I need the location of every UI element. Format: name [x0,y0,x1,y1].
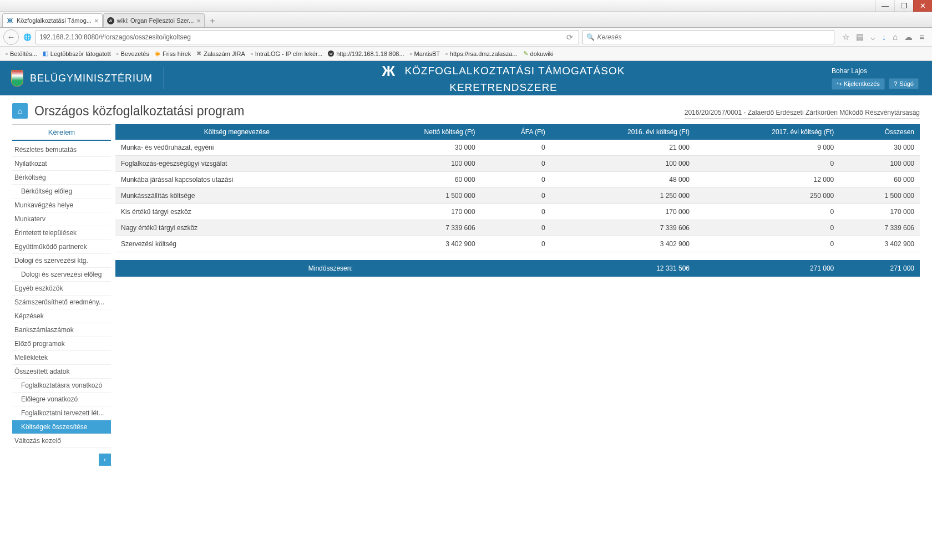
app-header: BELÜGYMINISZTÉRIUM Ж KÖZFOGLALKOZTATÁSI … [0,61,932,95]
search-bar[interactable]: 🔍 [582,30,834,44]
url-input[interactable] [39,33,564,41]
sidebar-item[interactable]: Egyéb eszközök [12,282,111,296]
bookmarks-bar: ▫Betöltés... ◧Legtöbbször látogatott ▫Be… [0,47,932,61]
table-row[interactable]: Munka- és védőruházat, egyéni30 000021 0… [115,140,920,156]
sidebar-item[interactable]: Költségek összesítése [12,420,111,434]
home-icon[interactable]: ⌂ [893,32,898,42]
sidebar-item[interactable]: Bankszámlaszámok [12,323,111,337]
search-icon: 🔍 [586,33,595,41]
site-identity-icon[interactable]: 🌐 [22,33,32,41]
table-cell: 0 [695,204,839,220]
table-cell: Munkába járással kapcsolatos utazási [115,172,358,188]
logout-button[interactable]: ↪Kijelentkezés [832,78,885,90]
url-bar[interactable]: ⟳ [36,30,579,44]
table-cell: 1 250 000 [551,188,695,204]
page-icon: ▫ [410,50,412,57]
logout-icon: ↪ [837,80,842,88]
help-button[interactable]: ?Súgó [889,78,919,89]
table-cell: 0 [481,236,551,252]
table-row[interactable]: Munkába járással kapcsolatos utazási60 0… [115,172,920,188]
table-row[interactable]: Szervezési költség3 402 90003 402 90003 … [115,236,920,252]
bookmark-star-icon[interactable]: ☆ [842,32,849,42]
table-cell: Nagy értékű tárgyi eszköz [115,220,358,236]
sidebar-item[interactable]: Képzések [12,309,111,323]
sidebar-item[interactable]: Számszerűsíthető eredmény... [12,296,111,309]
bookmark-item[interactable]: ✎dokuwiki [523,50,554,57]
sidebar-item[interactable]: Változás kezelő [12,434,111,448]
bookmark-item[interactable]: ▫Betöltés... [6,50,37,57]
table-cell: 0 [481,188,551,204]
page-icon: ◧ [43,50,48,57]
collapse-sidebar-button[interactable]: ‹ [99,454,111,466]
sidebar-item[interactable]: Együttműködő partnerek [12,240,111,254]
footer-cell: Mindösszesen: [115,260,358,277]
sidebar-item[interactable]: Foglalkoztatásra vonatkozó [12,379,111,393]
menu-icon[interactable]: ≡ [919,32,924,42]
minimize-button[interactable]: — [875,0,894,12]
table-cell: Szervezési költség [115,236,358,252]
chat-icon[interactable]: ☁ [904,32,913,42]
column-header: Összesen [839,124,920,140]
close-button[interactable]: ✕ [913,0,932,12]
bookmark-item[interactable]: ▫https://rsa.dmz.zalasza... [445,50,518,57]
tab-close-icon[interactable]: × [94,17,99,25]
bookmark-item[interactable]: ▫IntraLOG - IP cím lekér... [251,50,322,57]
new-tab-button[interactable]: + [205,15,220,27]
table-cell: 30 000 [358,140,481,156]
user-name: Bohar Lajos [832,67,921,75]
maximize-button[interactable]: ❐ [894,0,913,12]
sidebar-item[interactable]: Mellékletek [12,351,111,365]
app-title: Ж KÖZFOGLALKOZTATÁSI TÁMOGATÁSOK KERETRE… [175,62,832,94]
bookmark-item[interactable]: ◉Friss hírek [155,50,191,57]
sidebar-item[interactable]: Munkavégzés helye [12,198,111,212]
browser-tab-active[interactable]: Ж Közfoglalkoztatási Támog... × [2,13,103,27]
page-title: Országos közfoglalkoztatási program [34,104,244,119]
sidebar-item[interactable]: Nyilatkozat [12,157,111,171]
table-cell: 1 500 000 [839,188,920,204]
sidebar-item[interactable]: Munkaterv [12,212,111,226]
sidebar-item[interactable]: Részletes bemutatás [12,143,111,157]
nav-bar: ← 🌐 ⟳ 🔍 ☆ ▤ ⌵ ↓ ⌂ ☁ ≡ [0,28,932,47]
pocket-icon[interactable]: ⌵ [870,32,875,42]
app-logo-icon: Ж [382,62,396,81]
table-row[interactable]: Kis értékű tárgyi eszköz170 0000170 0000… [115,204,920,220]
table-cell: 60 000 [839,172,920,188]
downloads-icon[interactable]: ↓ [882,32,887,42]
bookmark-item[interactable]: whttp://192.168.1.18:808... [328,50,404,57]
footer-cell: 271 000 [839,260,920,277]
table-cell: 7 339 606 [358,220,481,236]
sidebar-item[interactable]: Előlegre vonatkozó [12,393,111,406]
bookmark-item[interactable]: ◧Legtöbbször látogatott [43,50,111,57]
browser-tab[interactable]: w wiki: Organ Fejlesztoi Szer... × [103,13,205,27]
column-header: 2017. évi költség (Ft) [695,124,839,140]
table-cell: 0 [481,156,551,172]
sidebar-item[interactable]: Dologi és szervezési előleg [12,268,111,282]
table-row[interactable]: Foglalkozás-egészségügyi vizsgálat100 00… [115,156,920,172]
bookmark-item[interactable]: ✖Zalaszám JIRA [196,50,245,57]
bookmark-item[interactable]: ▫MantisBT [410,50,440,57]
sidebar-item[interactable]: Érintetett települések [12,226,111,240]
back-button[interactable]: ← [3,29,19,45]
table-row[interactable]: Munkásszállítás költsége1 500 00001 250 … [115,188,920,204]
search-input[interactable] [597,33,830,41]
sidebar-item[interactable]: Bérköltség [12,171,111,185]
column-header: ÁFA (Ft) [481,124,551,140]
reload-icon[interactable]: ⟳ [564,33,575,42]
table-cell: 7 339 606 [551,220,695,236]
reader-icon[interactable]: ▤ [856,32,864,42]
home-button[interactable]: ⌂ [12,103,28,119]
table-cell: 21 000 [551,140,695,156]
table-row[interactable]: Nagy értékű tárgyi eszköz7 339 60607 339… [115,220,920,236]
sidebar-item[interactable]: Előző programok [12,337,111,351]
case-identifier: 2016/20/2057/0001 - Zalaerdő Erdészeti Z… [685,109,920,119]
page-icon: ▫ [6,50,8,57]
footer-cell: 271 000 [695,260,839,277]
table-cell: 0 [695,236,839,252]
sidebar-item[interactable]: Összesített adatok [12,365,111,379]
bookmark-item[interactable]: ▫Bevezetés [116,50,149,57]
footer-cell: 12 331 506 [551,260,695,277]
sidebar-item[interactable]: Bérköltség előleg [12,185,111,198]
tab-close-icon[interactable]: × [196,17,201,25]
sidebar-item[interactable]: Foglalkoztatni tervezett lét... [12,406,111,420]
sidebar-item[interactable]: Dologi és szervezési ktg. [12,254,111,268]
